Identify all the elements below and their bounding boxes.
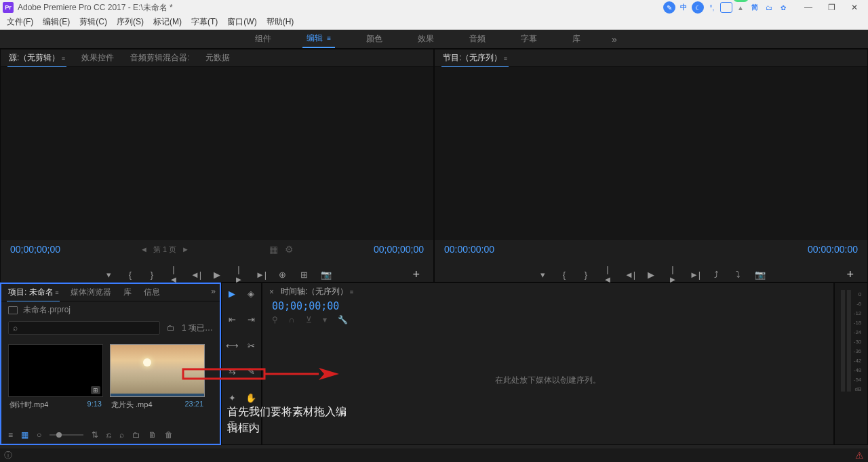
find-icon[interactable]: ⌕ xyxy=(119,430,124,440)
menu-help[interactable]: 帮助(H) xyxy=(262,15,298,29)
menu-clip[interactable]: 剪辑(C) xyxy=(75,15,111,29)
slide-tool-icon[interactable]: ✎ xyxy=(243,366,258,378)
tl-settings-icon[interactable]: 🔧 xyxy=(338,315,348,324)
p-mark-in-icon[interactable]: { xyxy=(559,270,569,280)
workspace-overflow[interactable]: » xyxy=(612,34,617,45)
mark-out-icon[interactable]: } xyxy=(147,270,157,280)
automate-icon[interactable]: ⎌ xyxy=(106,430,111,440)
snap-icon[interactable]: ⚲ xyxy=(272,315,278,324)
new-item-icon[interactable]: 🗎 xyxy=(149,430,157,440)
ripple-edit-tool-icon[interactable]: ⇤ xyxy=(224,314,239,326)
workspace-assembly[interactable]: 组件 xyxy=(251,30,275,47)
p-marker-icon[interactable]: ▾ xyxy=(538,270,547,280)
icon-view-icon[interactable]: ▦ xyxy=(21,430,28,440)
add-marker-icon[interactable]: ⊻ xyxy=(306,315,312,324)
step-fwd-icon[interactable]: |► xyxy=(234,264,243,285)
razor-tool-icon[interactable]: ✂ xyxy=(243,339,258,352)
ime-keyboard-icon[interactable] xyxy=(720,2,732,13)
p-step-fwd-icon[interactable]: |► xyxy=(668,264,677,285)
p-export-frame-icon[interactable]: 📷 xyxy=(755,270,764,280)
go-in-icon[interactable]: |◄ xyxy=(169,264,178,285)
tab-source[interactable]: 源:（无剪辑） xyxy=(7,49,66,67)
tab-media-browser[interactable]: 媒体浏览器 xyxy=(69,284,113,301)
ime-globe-icon[interactable]: ✎ xyxy=(663,1,675,14)
p-lift-icon[interactable]: ⤴ xyxy=(711,270,721,280)
source-monitor[interactable] xyxy=(1,67,433,240)
pager-next[interactable]: ► xyxy=(182,245,189,253)
clip-item[interactable]: ⊞ 倒计时.mp49:13 xyxy=(8,344,103,413)
status-info-icon[interactable]: ⓘ xyxy=(4,450,12,461)
menu-window[interactable]: 窗口(W) xyxy=(223,15,260,29)
button-editor-icon[interactable]: + xyxy=(412,268,420,282)
workspace-captions[interactable]: 字幕 xyxy=(517,30,541,47)
minimize-button[interactable]: — xyxy=(803,2,814,13)
sort-icon[interactable]: ⇅ xyxy=(92,430,98,440)
menu-edit[interactable]: 编辑(E) xyxy=(39,15,74,29)
clip-item[interactable]: 龙片头 .mp423:21 xyxy=(110,344,205,413)
pager-prev[interactable]: ◄ xyxy=(140,245,148,253)
ime-cn-icon[interactable]: 中 xyxy=(677,1,690,14)
ime-simple-icon[interactable]: 简 xyxy=(749,1,761,14)
tab-project[interactable]: 项目: 未命名 xyxy=(7,284,60,301)
source-tc-in[interactable]: 00;00;00;00 xyxy=(10,244,60,255)
p-button-editor-icon[interactable]: + xyxy=(846,268,854,282)
tl-marker-icon[interactable]: ▾ xyxy=(323,315,327,324)
list-view-icon[interactable]: ≡ xyxy=(8,430,13,440)
search-input[interactable] xyxy=(8,321,160,335)
project-overflow[interactable]: » xyxy=(211,287,216,296)
ime-mic-icon[interactable]: ▲ xyxy=(734,1,747,14)
program-monitor[interactable] xyxy=(435,67,867,240)
tab-audio-mixer[interactable]: 音频剪辑混合器: xyxy=(129,49,191,66)
rolling-edit-tool-icon[interactable]: ⇥ xyxy=(243,314,258,326)
insert-icon[interactable]: ⊕ xyxy=(277,270,287,280)
p-go-out-icon[interactable]: ►| xyxy=(690,270,699,280)
workspace-color[interactable]: 颜色 xyxy=(362,30,387,47)
menu-title[interactable]: 字幕(T) xyxy=(187,15,222,29)
p-extract-icon[interactable]: ⤵ xyxy=(733,270,743,280)
workspace-effects[interactable]: 效果 xyxy=(414,30,438,47)
hand-tool-icon[interactable]: ✋ xyxy=(243,392,258,404)
marker-icon[interactable]: ▾ xyxy=(104,270,113,280)
new-bin-icon[interactable]: 🗀 xyxy=(132,430,140,440)
step-back-icon[interactable]: ◄| xyxy=(191,270,200,280)
play-icon[interactable]: ▶ xyxy=(212,270,222,280)
tab-program[interactable]: 节目:（无序列） xyxy=(441,49,509,67)
overwrite-icon[interactable]: ⊞ xyxy=(299,270,309,280)
ime-toolbox-icon[interactable]: 🗂 xyxy=(763,1,775,14)
ime-moon-icon[interactable]: ☾ xyxy=(692,1,704,14)
workspace-libraries[interactable]: 库 xyxy=(568,30,585,47)
status-warn-icon[interactable]: ⚠ xyxy=(855,450,864,461)
slip-tool-icon[interactable]: ⇆ xyxy=(224,366,239,378)
source-tc-out[interactable]: 00;00;00;00 xyxy=(374,244,424,255)
menu-file[interactable]: 文件(F) xyxy=(3,15,37,29)
tab-info[interactable]: 信息 xyxy=(142,284,161,301)
settings-icon[interactable]: ⚙ xyxy=(285,244,294,255)
rate-stretch-tool-icon[interactable]: ⟷ xyxy=(224,339,239,352)
freeform-view-icon[interactable]: ○ xyxy=(37,430,41,440)
timeline-drop-hint[interactable]: 在此处放下媒体以创建序列。 xyxy=(262,375,833,386)
p-step-back-icon[interactable]: ◄| xyxy=(625,270,634,280)
mark-in-icon[interactable]: { xyxy=(125,270,135,280)
ime-punct-icon[interactable]: °, xyxy=(706,1,718,14)
workspace-editing[interactable]: 编辑 xyxy=(302,30,335,48)
tab-metadata[interactable]: 元数据 xyxy=(204,49,231,66)
linked-selection-icon[interactable]: ∩ xyxy=(289,315,295,324)
menu-sequence[interactable]: 序列(S) xyxy=(113,15,148,29)
p-go-in-icon[interactable]: |◄ xyxy=(603,264,612,285)
p-play-icon[interactable]: ▶ xyxy=(646,270,656,280)
export-frame-icon[interactable]: 📷 xyxy=(321,270,330,280)
close-button[interactable]: ✕ xyxy=(849,2,860,13)
zoom-slider[interactable] xyxy=(50,434,83,436)
tab-effect-controls[interactable]: 效果控件 xyxy=(80,49,115,66)
ime-gear-icon[interactable]: ✿ xyxy=(777,1,789,14)
program-tc-in[interactable]: 00:00:00:00 xyxy=(444,244,494,255)
go-out-icon[interactable]: ►| xyxy=(256,270,265,280)
maximize-button[interactable]: ❐ xyxy=(826,2,837,13)
p-mark-out-icon[interactable]: } xyxy=(581,270,591,280)
timeline-timecode[interactable]: 00;00;00;00 xyxy=(262,300,833,312)
pen-tool-icon[interactable]: ✦ xyxy=(224,392,239,404)
tab-libraries[interactable]: 库 xyxy=(122,284,133,301)
menu-marker[interactable]: 标记(M) xyxy=(149,15,186,29)
fit-icon[interactable]: ▦ xyxy=(269,244,278,255)
program-tc-out[interactable]: 00:00:00:00 xyxy=(808,244,858,255)
